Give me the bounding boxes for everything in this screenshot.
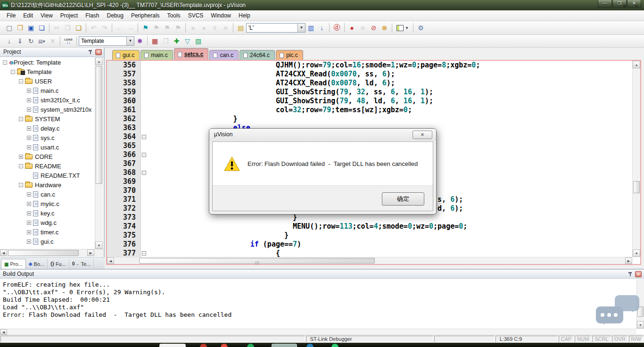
target-select[interactable]: Template▼ <box>79 36 134 46</box>
code-line[interactable]: 374MENU();row=113;col=4;smode=0;wz=0;pag… <box>107 222 632 231</box>
configure-tools-icon[interactable]: ⚙ <box>415 23 426 33</box>
menu-help[interactable]: Help <box>235 11 254 20</box>
save-file-icon[interactable]: ▣ <box>25 23 36 33</box>
scroll-right-icon[interactable]: ▶ <box>87 249 94 256</box>
project-close-icon[interactable]: ✕ <box>95 49 102 55</box>
kill-breakpoints-icon[interactable]: ⊗ <box>379 23 390 33</box>
scrollbar-thumb[interactable] <box>633 181 640 193</box>
code-line[interactable]: 361col=32;row=79;tem=ss[wz];xgbz=0; <box>107 106 632 115</box>
incremental-find-icon[interactable]: ↓ <box>316 23 327 33</box>
taskbar-item[interactable] <box>247 344 254 347</box>
code-line[interactable]: 375} <box>107 231 632 240</box>
fold-collapse-icon[interactable]: - <box>142 135 146 139</box>
scroll-left-icon[interactable]: ◀ <box>0 329 7 335</box>
scroll-right-icon[interactable]: ▶ <box>625 257 632 264</box>
code-line[interactable]: 376if (page==7) <box>107 240 632 249</box>
manage-components-icon[interactable]: ▦ <box>149 36 160 46</box>
tree-item-sys-c[interactable]: +sys.c <box>0 133 93 142</box>
collapse-icon[interactable]: - <box>19 164 23 168</box>
tree-item-readme-txt[interactable]: README.TXT <box>0 171 93 180</box>
rebuild-all-icon[interactable]: ↻ <box>25 36 36 46</box>
file-tab-setcs-c[interactable]: setcs.c <box>174 48 209 60</box>
expand-icon[interactable]: + <box>27 126 31 131</box>
find-in-files-icon[interactable]: ▥ <box>305 23 316 33</box>
tree-item-project-template[interactable]: -◆◆ Project: Template <box>0 58 93 67</box>
scroll-left-icon[interactable]: ◀ <box>0 249 7 256</box>
taskbar-item[interactable] <box>331 344 339 347</box>
expand-icon[interactable]: + <box>27 221 31 225</box>
dialog-close-button[interactable]: ✕ <box>413 131 432 139</box>
tree-item-main-c[interactable]: +main.c <box>0 86 93 95</box>
expand-icon[interactable]: + <box>27 98 31 102</box>
taskbar-item[interactable] <box>306 344 314 347</box>
expand-icon[interactable]: + <box>27 202 31 206</box>
chevron-down-icon[interactable]: ▼ <box>126 37 134 45</box>
collapse-icon[interactable]: - <box>3 60 7 65</box>
save-all-icon[interactable]: ❏ <box>36 23 47 33</box>
scrollbar-thumb[interactable] <box>96 66 102 184</box>
expand-icon[interactable]: + <box>27 211 31 215</box>
code-line[interactable]: 357AT24CXX_Read(0x0070, ss, 6); <box>107 70 632 79</box>
expand-icon[interactable]: + <box>27 192 31 197</box>
tree-item-template[interactable]: -Template <box>0 67 93 76</box>
fold-collapse-icon[interactable]: - <box>142 153 146 157</box>
title-bar[interactable]: Ws D:\2122\软件\GitHub2122\GL\LH_SPI -420 … <box>0 0 644 10</box>
taskbar-item[interactable] <box>221 344 228 347</box>
tree-item-hardware[interactable]: -Hardware <box>0 180 93 190</box>
pin-icon[interactable] <box>88 49 93 55</box>
expand-icon[interactable]: + <box>27 107 31 112</box>
window-layout-icon[interactable]: ▼ <box>394 23 411 33</box>
menu-project[interactable]: Project <box>57 11 82 20</box>
tree-item-myiic-c[interactable]: +myiic.c <box>0 199 93 208</box>
code-line[interactable]: 359GUI_ShowString(79, 32, ss, 6, 16, 1); <box>107 88 632 97</box>
functions-tab[interactable]: {}Fu... <box>48 259 69 269</box>
menu-flash[interactable]: Flash <box>82 11 103 20</box>
tree-item-delay-c[interactable]: +delay.c <box>0 124 93 133</box>
expand-icon[interactable]: + <box>27 145 31 149</box>
code-line[interactable]: 358AT24CXX_Read(0x0078, ld, 6); <box>107 79 632 88</box>
close-file-icon[interactable]: ✕ <box>633 3 640 10</box>
tree-item-wdg-c[interactable]: +wdg.c <box>0 218 93 227</box>
file-tab-gui-c[interactable]: gui.c <box>112 50 140 60</box>
tree-item-gui-c[interactable]: +gui.c <box>0 237 93 246</box>
taskbar-item[interactable] <box>159 344 186 347</box>
scrollbar-thumb[interactable] <box>139 258 375 264</box>
tree-item-timer-c[interactable]: +timer.c <box>0 227 93 237</box>
tree-item-usart-c[interactable]: +usart.c <box>0 142 93 152</box>
menu-file[interactable]: File <box>3 11 19 20</box>
pin-icon[interactable] <box>627 271 633 277</box>
scroll-down-icon[interactable]: ▼ <box>95 241 103 249</box>
scroll-up-icon[interactable]: ▲ <box>633 61 640 68</box>
windows-taskbar[interactable] <box>0 343 644 347</box>
taskbar-item[interactable] <box>272 344 297 347</box>
config-wizard-icon[interactable]: ▧ <box>193 36 204 46</box>
find-dialog-icon[interactable]: ⓓ <box>331 23 342 33</box>
tree-item-system[interactable]: -SYSTEM <box>0 114 93 124</box>
expand-icon[interactable]: + <box>19 155 23 159</box>
expand-icon[interactable]: + <box>27 230 31 234</box>
collapse-icon[interactable]: - <box>11 70 15 74</box>
build-output-text[interactable]: FromELF: creating hex file..."..\OBJ\tt.… <box>0 279 636 329</box>
disable-breakpoints-icon[interactable]: ⊘ <box>368 23 379 33</box>
tree-item-key-c[interactable]: +key.c <box>0 208 93 218</box>
scrollbar-thumb[interactable] <box>8 250 79 256</box>
taskbar-item[interactable] <box>200 344 207 347</box>
editor-hscrollbar[interactable]: ◀ ▶ <box>107 257 632 264</box>
menu-view[interactable]: View <box>37 11 57 20</box>
tree-item-readme[interactable]: -README <box>0 161 93 171</box>
menu-tools[interactable]: Tools <box>164 11 184 20</box>
tree-item-system-stm32f10x[interactable]: +system_stm32f10x <box>0 105 93 114</box>
breakpoint-icon[interactable]: ● <box>347 23 357 33</box>
project-tree-hscrollbar[interactable]: ◀ ▶ <box>0 249 104 256</box>
tree-item-stm32f10x-it-c[interactable]: +stm32f10x_it.c <box>0 95 93 105</box>
collapse-icon[interactable]: - <box>19 117 23 121</box>
enable-breakpoint-icon[interactable]: ○ <box>357 23 368 33</box>
tab-list-dropdown-icon[interactable]: ▼ <box>620 3 628 10</box>
expand-icon[interactable]: + <box>27 136 31 140</box>
file-tab-24c64-c[interactable]: 24c64.c <box>239 50 275 60</box>
tree-item-can-c[interactable]: +can.c <box>0 190 93 199</box>
file-tab-main-c[interactable]: main.c <box>140 50 173 60</box>
code-line[interactable]: 356QJHM();row=79;col=16;smode=1;wz=0;pag… <box>107 61 632 70</box>
templates-tab[interactable]: 0→Te... <box>69 259 94 269</box>
last-book-icon[interactable]: ▤ <box>235 23 246 33</box>
